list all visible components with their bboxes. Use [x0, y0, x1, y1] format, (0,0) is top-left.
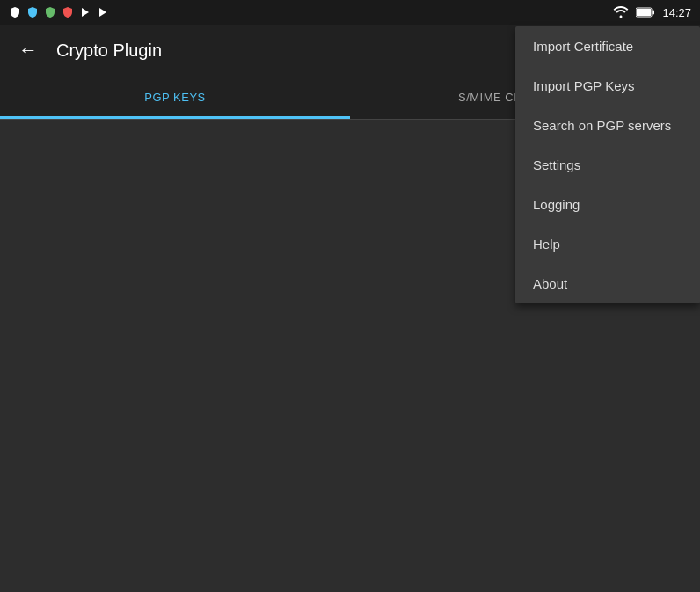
shield-icon-2: [26, 6, 39, 18]
menu-item-about[interactable]: About: [515, 264, 700, 303]
dropdown-menu: Import Certificate Import PGP Keys Searc…: [515, 26, 700, 303]
play-icon-1: [79, 6, 91, 18]
status-bar-right-icons: 14:27: [613, 6, 691, 19]
menu-item-settings[interactable]: Settings: [515, 145, 700, 185]
menu-item-help[interactable]: Help: [515, 224, 700, 264]
menu-item-logging[interactable]: Logging: [515, 185, 700, 224]
svg-rect-3: [637, 9, 651, 16]
shield-icon-4: [62, 6, 74, 18]
menu-item-import-certificate[interactable]: Import Certificate: [515, 26, 700, 66]
menu-item-import-pgp-keys[interactable]: Import PGP Keys: [515, 66, 700, 106]
svg-rect-4: [653, 11, 655, 15]
back-button[interactable]: ←: [14, 36, 42, 64]
status-bar-left-icons: [9, 6, 109, 18]
play-icon-2: [97, 6, 109, 18]
shield-icon-3: [44, 6, 56, 18]
wifi-icon: [613, 6, 629, 18]
status-bar: 14:27: [0, 0, 700, 25]
svg-marker-0: [82, 8, 89, 17]
menu-item-search-pgp-servers[interactable]: Search on PGP servers: [515, 106, 700, 145]
shield-icon-1: [9, 6, 21, 18]
tab-pgp-keys[interactable]: PGP KEYS: [0, 76, 350, 119]
battery-icon: [636, 7, 655, 18]
svg-marker-1: [99, 8, 106, 17]
status-time: 14:27: [662, 6, 691, 19]
